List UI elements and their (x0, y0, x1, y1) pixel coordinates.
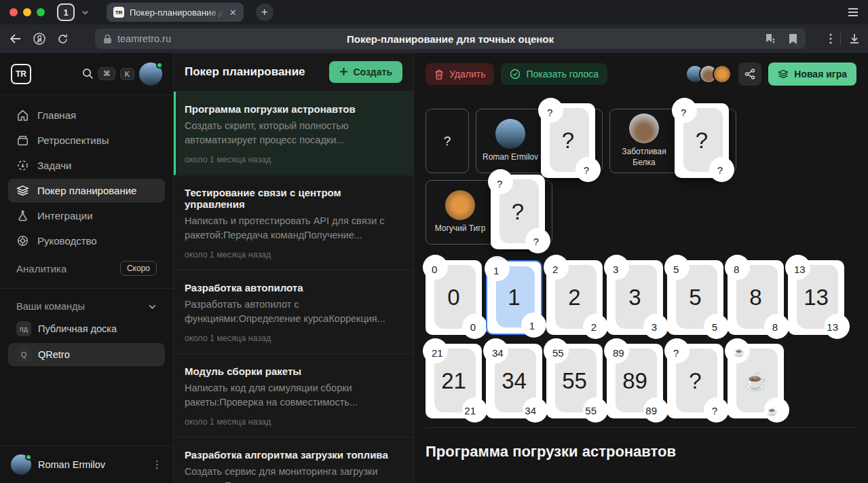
url-text: teamretro.ru (117, 33, 171, 44)
player-vote-card: ? ? ? (541, 103, 595, 178)
downloads-icon[interactable] (849, 33, 860, 44)
delete-button-label: Удалить (449, 69, 485, 79)
list-item[interactable]: Модуль сборки ракеты Написать код для си… (174, 354, 413, 437)
new-tab-button[interactable]: + (256, 3, 273, 21)
item-description: Написать и протестировать API для связи … (185, 214, 402, 243)
deck-card-21[interactable]: 212121 (426, 344, 482, 418)
sidebar-item-retrospectives[interactable]: Ретроспективы (8, 128, 165, 152)
chevron-down-icon[interactable] (81, 9, 89, 16)
deck-card-1-selected[interactable]: 111 (486, 260, 542, 335)
deck-card-8[interactable]: 888 (728, 260, 784, 335)
card-corner-value: 3 (652, 321, 657, 333)
app-logo[interactable]: TR (11, 64, 31, 84)
trash-icon (434, 69, 444, 79)
search-icon[interactable] (82, 68, 94, 79)
sidebar-item-integrations[interactable]: Интеграции (8, 204, 165, 228)
show-votes-button[interactable]: Показать голоса (501, 63, 607, 85)
player-tile-roman[interactable]: Roman Ermilov ? ? ? (476, 109, 603, 173)
target-dashed-icon (16, 159, 29, 172)
player-name: Roman Ermilov (480, 152, 541, 163)
deck-card-question[interactable]: ??? (667, 344, 723, 418)
player-vote-card: ? ? ? (675, 103, 729, 178)
window-controls (10, 8, 45, 16)
player-avatar (495, 119, 525, 149)
user-name: Roman Ermilov (38, 459, 105, 470)
item-title: Разработка алгоритма загрузки топлива (185, 449, 402, 461)
deck-card-5[interactable]: 555 (667, 260, 723, 335)
deck-card-3[interactable]: 333 (607, 260, 663, 335)
browser-tab[interactable]: TR Покер-планирование д ✕ (107, 3, 244, 22)
browser-menu-icon[interactable] (848, 7, 858, 17)
sidebar-item-label: Интеграции (37, 210, 93, 221)
k-key-badge: K (120, 68, 134, 80)
deck-card-0[interactable]: 000 (426, 260, 482, 335)
deck-card-2[interactable]: 222 (546, 260, 603, 335)
sidebar-user-footer[interactable]: Roman Ermilov ⋮ (0, 446, 173, 483)
yandex-browser-icon[interactable] (33, 32, 46, 46)
player-tile-tiger[interactable]: Могучий Тигр ? ? ? (426, 180, 552, 245)
bookmark-icon[interactable] (789, 34, 797, 44)
plus-icon (339, 67, 348, 76)
sidebar-item-label: Покер планирование (37, 185, 136, 196)
sidebar-item-label: Ретроспективы (37, 135, 109, 146)
card-corner-value: 0 (470, 321, 476, 333)
flask-icon (16, 209, 29, 222)
player-tile-squirrel[interactable]: Заботливая Белка ? ? ? (609, 109, 736, 173)
list-item[interactable]: Программа погрузки астронавтов Создать с… (174, 92, 413, 175)
deck-card-34[interactable]: 343434 (486, 344, 542, 418)
card-corner-value: ? (533, 236, 539, 247)
share-icon (744, 69, 755, 79)
chevron-down-icon[interactable] (148, 302, 157, 311)
participant-avatars[interactable] (685, 65, 732, 84)
player-name: Заботливая Белка (614, 147, 675, 168)
list-item[interactable]: Разработка автопилота Разработать автопи… (174, 270, 413, 354)
address-bar[interactable]: teamretro.ru Покер-планирование для точн… (95, 29, 806, 49)
home-icon (16, 109, 29, 122)
card-corner-value: 8 (772, 321, 778, 333)
zoom-window-button[interactable] (37, 8, 45, 16)
minimize-window-button[interactable] (23, 8, 31, 16)
close-window-button[interactable] (10, 8, 18, 16)
card-corner-value: 1 (529, 320, 535, 332)
sidebar-item-home[interactable]: Главная (8, 103, 165, 127)
more-options-icon[interactable] (829, 33, 832, 44)
create-button-label: Создать (353, 67, 392, 77)
empty-seat-tile[interactable]: ? (426, 109, 469, 173)
teams-header[interactable]: Ваши команды (0, 294, 173, 316)
online-status-dot (156, 62, 163, 69)
tab-counter[interactable]: 1 (57, 3, 75, 21)
deck-card-13[interactable]: 131313 (788, 260, 844, 335)
share-button[interactable] (738, 62, 761, 86)
player-avatar (445, 190, 475, 220)
sidebar-item-label: Главная (37, 109, 76, 121)
close-tab-icon[interactable]: ✕ (229, 7, 237, 18)
sidebar-item-public-board[interactable]: пд Публичная доска (8, 317, 165, 340)
list-item[interactable]: Разработка алгоритма загрузки топлива Со… (174, 437, 413, 483)
poker-list-panel: Покер планирование Создать Программа пог… (173, 53, 414, 483)
sidebar-item-guide[interactable]: Руководство (8, 229, 165, 253)
deck-card-55[interactable]: 555555 (546, 344, 603, 418)
card-corner-value: ? (712, 405, 717, 416)
sidebar-item-qretro[interactable]: Q QRetro (8, 343, 165, 366)
site-favicon: TR (113, 7, 124, 18)
deck-card-coffee[interactable]: ☕☕☕ (728, 344, 784, 418)
team-badge: Q (16, 347, 31, 362)
item-title: Программа погрузки астронавтов (185, 103, 402, 115)
analytics-label: Аналитика (16, 263, 67, 274)
sidebar-item-tasks[interactable]: Задачи (8, 154, 165, 177)
delete-button[interactable]: Удалить (426, 63, 494, 85)
collections-icon[interactable] (765, 33, 776, 44)
reload-icon[interactable] (57, 33, 69, 45)
sidebar-item-poker[interactable]: Покер планирование (8, 179, 165, 202)
page-title: Покер-планирование для точных оценок (95, 33, 806, 45)
kebab-menu-icon[interactable]: ⋮ (152, 459, 162, 471)
new-game-button[interactable]: Новая игра (768, 62, 856, 86)
list-item[interactable]: Тестирование связи с центром управления … (174, 175, 413, 270)
card-corner-value: 2 (591, 321, 597, 333)
create-button[interactable]: Создать (329, 61, 402, 83)
cmd-key-badge: ⌘ (98, 67, 115, 80)
user-avatar[interactable] (139, 62, 162, 86)
deck-card-89[interactable]: 898989 (607, 344, 663, 418)
item-description: Написать код для симуляции сборки ракеты… (185, 381, 402, 410)
back-icon[interactable] (10, 33, 22, 44)
